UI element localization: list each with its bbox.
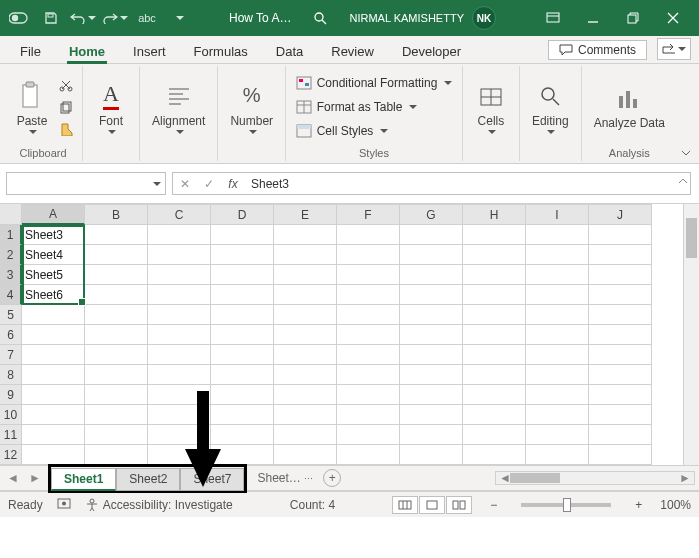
column-header-A[interactable]: A: [22, 205, 85, 225]
cut-button[interactable]: [58, 76, 74, 94]
cell-I3[interactable]: [526, 265, 589, 285]
cell-J4[interactable]: [589, 285, 652, 305]
undo-icon[interactable]: [70, 5, 96, 31]
cell-H3[interactable]: [463, 265, 526, 285]
spellcheck-icon[interactable]: abc: [134, 5, 160, 31]
cell-I12[interactable]: [526, 445, 589, 465]
minimize-icon[interactable]: [573, 0, 613, 36]
cell-J1[interactable]: [589, 225, 652, 245]
cell-E7[interactable]: [274, 345, 337, 365]
tab-developer[interactable]: Developer: [390, 40, 473, 63]
sheet-nav-next-icon[interactable]: ►: [26, 471, 44, 485]
redo-icon[interactable]: [102, 5, 128, 31]
cell-A2[interactable]: Sheet4: [22, 245, 85, 265]
cell-H11[interactable]: [463, 425, 526, 445]
cell-I7[interactable]: [526, 345, 589, 365]
zoom-slider[interactable]: [521, 503, 611, 507]
cell-D6[interactable]: [211, 325, 274, 345]
cell-G8[interactable]: [400, 365, 463, 385]
cancel-formula-icon[interactable]: ✕: [173, 177, 197, 191]
column-header-C[interactable]: C: [148, 205, 211, 225]
alignment-button[interactable]: Alignment: [148, 76, 209, 138]
cell-A6[interactable]: [22, 325, 85, 345]
cell-E9[interactable]: [274, 385, 337, 405]
cells-button[interactable]: Cells: [471, 76, 511, 138]
tab-insert[interactable]: Insert: [121, 40, 178, 63]
cell-I9[interactable]: [526, 385, 589, 405]
zoom-level[interactable]: 100%: [660, 498, 691, 512]
cell-B10[interactable]: [85, 405, 148, 425]
cell-J2[interactable]: [589, 245, 652, 265]
select-all-corner[interactable]: [0, 204, 22, 225]
tab-data[interactable]: Data: [264, 40, 315, 63]
cell-I11[interactable]: [526, 425, 589, 445]
cell-H2[interactable]: [463, 245, 526, 265]
name-box[interactable]: [6, 172, 166, 195]
format-painter-button[interactable]: [58, 120, 74, 138]
row-header-11[interactable]: 11: [0, 425, 22, 445]
cell-E6[interactable]: [274, 325, 337, 345]
cell-A4[interactable]: Sheet6: [22, 285, 85, 305]
cell-A5[interactable]: [22, 305, 85, 325]
cell-G10[interactable]: [400, 405, 463, 425]
cell-C7[interactable]: [148, 345, 211, 365]
cell-I4[interactable]: [526, 285, 589, 305]
cell-J10[interactable]: [589, 405, 652, 425]
row-header-9[interactable]: 9: [0, 385, 22, 405]
cell-A1[interactable]: Sheet3: [22, 225, 85, 245]
cell-C4[interactable]: [148, 285, 211, 305]
expand-formula-bar-icon[interactable]: [678, 175, 688, 189]
row-header-7[interactable]: 7: [0, 345, 22, 365]
font-button[interactable]: A Font: [91, 76, 131, 138]
cell-A12[interactable]: [22, 445, 85, 465]
row-header-1[interactable]: 1: [0, 225, 22, 245]
cell-H9[interactable]: [463, 385, 526, 405]
row-header-10[interactable]: 10: [0, 405, 22, 425]
analyze-data-button[interactable]: Analyze Data: [590, 79, 669, 134]
paste-button[interactable]: Paste: [12, 76, 52, 138]
cell-F9[interactable]: [337, 385, 400, 405]
cell-D3[interactable]: [211, 265, 274, 285]
cell-E4[interactable]: [274, 285, 337, 305]
row-header-4[interactable]: 4: [0, 285, 22, 305]
user-avatar[interactable]: NK: [472, 6, 496, 30]
cell-F2[interactable]: [337, 245, 400, 265]
cell-I10[interactable]: [526, 405, 589, 425]
cell-B11[interactable]: [85, 425, 148, 445]
cell-H12[interactable]: [463, 445, 526, 465]
cell-F7[interactable]: [337, 345, 400, 365]
cell-C8[interactable]: [148, 365, 211, 385]
row-header-12[interactable]: 12: [0, 445, 22, 465]
autosave-toggle[interactable]: [6, 5, 32, 31]
row-header-6[interactable]: 6: [0, 325, 22, 345]
cell-E1[interactable]: [274, 225, 337, 245]
cell-G9[interactable]: [400, 385, 463, 405]
cell-E3[interactable]: [274, 265, 337, 285]
column-header-E[interactable]: E: [274, 205, 337, 225]
tab-file[interactable]: File: [8, 40, 53, 63]
cell-D7[interactable]: [211, 345, 274, 365]
cell-G2[interactable]: [400, 245, 463, 265]
comments-button[interactable]: Comments: [548, 40, 647, 60]
tab-review[interactable]: Review: [319, 40, 386, 63]
cell-H8[interactable]: [463, 365, 526, 385]
cell-B2[interactable]: [85, 245, 148, 265]
insert-function-icon[interactable]: fx: [221, 177, 245, 191]
cell-B4[interactable]: [85, 285, 148, 305]
cell-F8[interactable]: [337, 365, 400, 385]
column-header-H[interactable]: H: [463, 205, 526, 225]
cell-D4[interactable]: [211, 285, 274, 305]
cell-G1[interactable]: [400, 225, 463, 245]
vertical-scrollbar[interactable]: [683, 204, 699, 465]
cell-C1[interactable]: [148, 225, 211, 245]
column-header-G[interactable]: G: [400, 205, 463, 225]
row-header-5[interactable]: 5: [0, 305, 22, 325]
cell-G4[interactable]: [400, 285, 463, 305]
new-sheet-button[interactable]: +: [323, 469, 341, 487]
cell-H7[interactable]: [463, 345, 526, 365]
cell-C6[interactable]: [148, 325, 211, 345]
cell-B1[interactable]: [85, 225, 148, 245]
cell-H5[interactable]: [463, 305, 526, 325]
cell-A8[interactable]: [22, 365, 85, 385]
cell-G7[interactable]: [400, 345, 463, 365]
